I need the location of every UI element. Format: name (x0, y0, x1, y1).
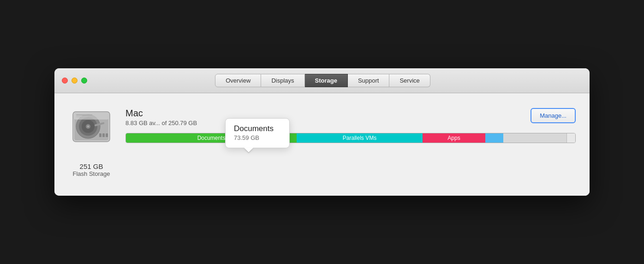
disk-type: Flash Storage (73, 170, 110, 177)
disk-size: 251 GB (73, 162, 110, 170)
segment-parallels: Parallels VMs (297, 133, 423, 143)
disk-row-container: Documents 73.59 GB (68, 104, 576, 177)
tab-displays[interactable]: Displays (261, 74, 304, 87)
segment-small (566, 133, 575, 143)
titlebar: Overview Displays Storage Support Servic… (54, 68, 590, 93)
disk-label-area: 251 GB Flash Storage (73, 162, 110, 177)
maximize-button[interactable] (81, 78, 87, 84)
segment-apps: Apps (423, 133, 485, 143)
tooltip-title: Documents (234, 124, 281, 133)
hdd-svg (71, 108, 112, 147)
storage-bar: Documents Parallels VMs Apps (125, 133, 576, 143)
segment-free (503, 133, 566, 143)
tab-support[interactable]: Support (348, 74, 390, 87)
svg-rect-12 (76, 114, 92, 115)
main-window: Overview Displays Storage Support Servic… (54, 68, 590, 196)
minimize-button[interactable] (72, 78, 78, 84)
documents-tooltip: Documents 73.59 GB (225, 118, 290, 148)
svg-point-6 (87, 126, 89, 127)
close-button[interactable] (62, 78, 68, 84)
tooltip-value: 73.59 GB (234, 134, 281, 141)
tab-bar: Overview Displays Storage Support Servic… (215, 74, 430, 87)
manage-button[interactable]: Manage... (531, 108, 576, 123)
segment-other (485, 133, 503, 143)
disk-icon (68, 104, 114, 150)
svg-rect-9 (102, 133, 105, 137)
disk-info: Mac 8.83 GB av... of 250.79 GB Documents… (125, 104, 576, 143)
svg-rect-13 (76, 116, 88, 117)
disk-name: Mac (125, 108, 576, 119)
tab-service[interactable]: Service (389, 74, 430, 87)
tab-overview[interactable]: Overview (215, 74, 261, 87)
disk-row: 251 GB Flash Storage Mac 8.83 GB av... o… (68, 104, 576, 177)
tab-storage[interactable]: Storage (305, 74, 348, 87)
disk-capacity: 8.83 GB av... of 250.79 GB (125, 120, 576, 126)
svg-rect-10 (106, 133, 108, 137)
svg-rect-8 (99, 133, 101, 137)
content-area: Documents 73.59 GB (54, 93, 590, 196)
